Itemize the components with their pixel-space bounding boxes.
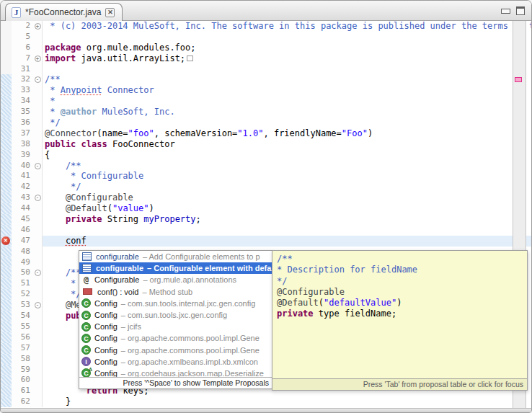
marker-bar[interactable]	[1, 64, 12, 75]
code-text[interactable]	[43, 225, 531, 236]
marker-bar[interactable]	[1, 375, 12, 386]
marker-bar[interactable]	[1, 117, 12, 128]
marker-bar[interactable]	[1, 182, 12, 192]
collapse-icon[interactable]: -	[35, 270, 41, 276]
marker-bar[interactable]	[1, 161, 12, 172]
completion-item[interactable]: CConfig– com.sun.tools.jxc.gen.config	[79, 309, 272, 321]
code-line[interactable]: 37@Connector(name="foo", schemaVersion="…	[1, 128, 531, 139]
collapse-icon[interactable]: -	[35, 76, 41, 83]
code-line[interactable]: 5	[1, 32, 531, 43]
code-line[interactable]: 32-/**	[1, 74, 531, 85]
code-line[interactable]: 6package org.mule.modules.foo;	[1, 43, 531, 53]
code-line[interactable]: ✕47 conf	[1, 236, 531, 247]
completion-item[interactable]: CConfig– org.apache.commons.pool.impl.Ge…	[79, 332, 272, 344]
code-line[interactable]: 33 * Anypoint Connector	[1, 85, 531, 96]
completion-item[interactable]: configurable– Add Configurable elements …	[79, 251, 272, 262]
marker-bar[interactable]	[1, 32, 12, 43]
expand-icon[interactable]: +	[35, 55, 41, 62]
marker-bar[interactable]	[1, 139, 12, 150]
code-line[interactable]: 31	[1, 64, 531, 75]
code-text[interactable]: public class FooConnector	[43, 139, 531, 150]
code-line[interactable]: 39{	[1, 150, 531, 161]
marker-bar[interactable]	[1, 311, 12, 321]
marker-bar[interactable]	[1, 150, 12, 161]
completion-item[interactable]: configurable– Configurable element with …	[79, 262, 272, 274]
code-line[interactable]: 40- /**	[1, 161, 531, 172]
marker-bar[interactable]	[1, 278, 12, 289]
code-line[interactable]: 62 }	[1, 396, 531, 407]
marker-bar[interactable]	[1, 247, 12, 257]
marker-bar[interactable]	[1, 74, 12, 85]
collapse-icon[interactable]: -	[35, 195, 41, 201]
code-text[interactable]: package org.mule.modules.foo;	[43, 43, 531, 53]
marker-bar[interactable]	[1, 53, 12, 64]
marker-bar[interactable]	[1, 192, 12, 203]
code-line[interactable]: 45 private String myProperty;	[1, 214, 531, 225]
code-line[interactable]: 44 @Default("value")	[1, 203, 531, 214]
overview-marker[interactable]	[515, 77, 522, 82]
marker-bar[interactable]	[1, 214, 12, 225]
completion-item[interactable]: CAConfig– org.codehaus.jackson.map.Deser…	[79, 368, 272, 377]
code-text[interactable]: /**	[43, 74, 531, 85]
editor-tab[interactable]: J *FooConnector.java ✕	[5, 3, 123, 21]
marker-bar[interactable]	[1, 203, 12, 214]
maximize-icon[interactable]	[516, 6, 525, 15]
marker-bar[interactable]: ✕	[1, 236, 12, 247]
code-text[interactable]: */	[43, 182, 531, 192]
code-line[interactable]: 36 */	[1, 117, 531, 128]
completion-item[interactable]: @Configurable– org.mule.api.annotations	[79, 274, 272, 285]
marker-bar[interactable]	[1, 96, 12, 107]
marker-bar[interactable]	[1, 257, 12, 268]
marker-bar[interactable]	[1, 332, 12, 343]
code-text[interactable]: conf	[43, 236, 531, 247]
marker-bar[interactable]	[1, 128, 12, 139]
marker-bar[interactable]	[1, 171, 12, 182]
marker-bar[interactable]	[1, 321, 12, 332]
code-line[interactable]: 35 * @author MuleSoft, Inc.	[1, 107, 531, 117]
code-text[interactable]: /**	[43, 161, 531, 172]
marker-bar[interactable]	[1, 43, 12, 53]
completion-item[interactable]: conf() : void– Method stub	[79, 286, 272, 298]
marker-bar[interactable]	[1, 85, 12, 96]
collapsed-code-icon[interactable]	[187, 55, 193, 61]
proposal-list[interactable]: configurable– Add Configurable elements …	[79, 251, 272, 377]
collapse-icon[interactable]: -	[35, 163, 41, 169]
code-text[interactable]: */	[43, 117, 531, 128]
marker-bar[interactable]	[1, 354, 12, 365]
marker-bar[interactable]	[1, 300, 12, 311]
completion-item[interactable]: IConfig– org.apache.xmlbeans.impl.xb.xml…	[79, 356, 272, 368]
code-text[interactable]: * Configurable	[43, 171, 531, 182]
code-line[interactable]: 41 * Configurable	[1, 171, 531, 182]
code-text[interactable]: }	[43, 396, 531, 407]
code-line[interactable]: 7+import java.util.ArrayList;	[1, 53, 531, 64]
code-text[interactable]	[43, 64, 531, 75]
marker-bar[interactable]	[1, 386, 12, 396]
marker-bar[interactable]	[1, 365, 12, 376]
completion-item[interactable]: CConfig– jcifs	[79, 321, 272, 332]
code-line[interactable]: 46	[1, 225, 531, 236]
code-text[interactable]: @Default("value")	[43, 203, 531, 214]
code-line[interactable]: 42 */	[1, 182, 531, 192]
marker-bar[interactable]	[1, 267, 12, 278]
code-text[interactable]: * Anypoint Connector	[43, 85, 531, 96]
marker-bar[interactable]	[1, 289, 12, 300]
close-icon[interactable]: ✕	[105, 8, 115, 17]
marker-bar[interactable]	[1, 343, 12, 354]
code-text[interactable]: import java.util.ArrayList;	[43, 53, 531, 64]
code-text[interactable]: private String myProperty;	[43, 214, 531, 225]
code-text[interactable]	[43, 32, 531, 43]
code-text[interactable]: * @author MuleSoft, Inc.	[43, 107, 531, 117]
marker-bar[interactable]	[1, 225, 12, 236]
code-text[interactable]: {	[43, 150, 531, 161]
code-text[interactable]: * (c) 2003-2014 MuleSoft, Inc. The softw…	[43, 21, 531, 32]
code-text[interactable]: *	[43, 96, 531, 107]
collapse-icon[interactable]: -	[35, 302, 41, 308]
completion-item[interactable]: CConfig– org.apache.commons.pool.impl.Ge…	[79, 345, 272, 356]
error-icon[interactable]: ✕	[1, 236, 10, 245]
code-text[interactable]: @Connector(name="foo", schemaVersion="1.…	[43, 128, 531, 139]
minimize-icon[interactable]	[501, 9, 510, 14]
marker-bar[interactable]	[1, 21, 12, 32]
code-line[interactable]: 34 *	[1, 96, 531, 107]
code-line[interactable]: 38public class FooConnector	[1, 139, 531, 150]
marker-bar[interactable]	[1, 396, 12, 407]
